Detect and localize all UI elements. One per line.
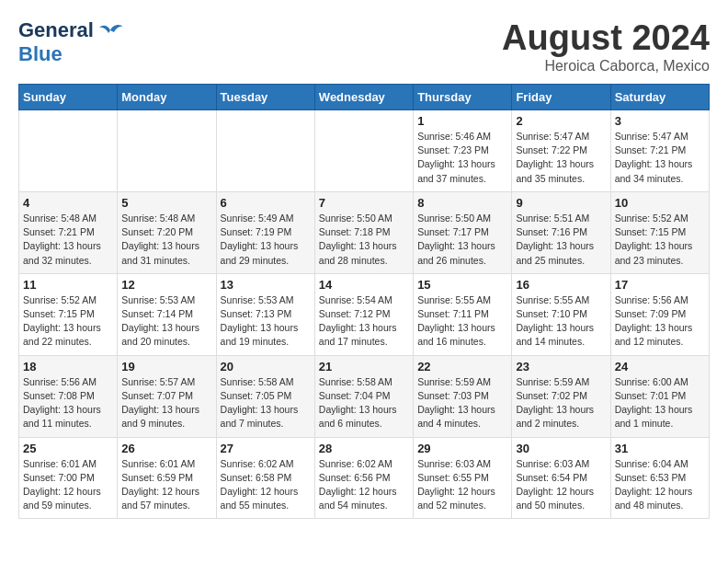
calendar-cell — [314, 110, 413, 192]
day-info: Sunrise: 5:48 AMSunset: 7:21 PMDaylight:… — [23, 212, 113, 268]
day-number: 5 — [121, 196, 211, 210]
calendar-cell: 30Sunrise: 6:03 AMSunset: 6:54 PMDayligh… — [512, 437, 610, 519]
day-info: Sunrise: 5:50 AMSunset: 7:18 PMDaylight:… — [319, 212, 409, 268]
day-info: Sunrise: 6:03 AMSunset: 6:55 PMDaylight:… — [417, 457, 507, 513]
day-info: Sunrise: 6:04 AMSunset: 6:53 PMDaylight:… — [615, 457, 705, 513]
day-info: Sunrise: 5:51 AMSunset: 7:16 PMDaylight:… — [516, 212, 606, 268]
logo-blue-text: Blue — [18, 42, 63, 65]
calendar-cell: 31Sunrise: 6:04 AMSunset: 6:53 PMDayligh… — [610, 437, 709, 519]
calendar-table: SundayMondayTuesdayWednesdayThursdayFrid… — [18, 84, 710, 519]
day-info: Sunrise: 6:00 AMSunset: 7:01 PMDaylight:… — [615, 375, 705, 431]
col-header-thursday: Thursday — [414, 85, 512, 110]
day-number: 11 — [23, 278, 113, 292]
calendar-cell: 8Sunrise: 5:50 AMSunset: 7:17 PMDaylight… — [414, 191, 512, 273]
calendar-cell: 21Sunrise: 5:58 AMSunset: 7:04 PMDayligh… — [314, 355, 413, 437]
day-number: 2 — [516, 114, 606, 128]
location: Heroica Caborca, Mexico — [502, 58, 710, 75]
col-header-tuesday: Tuesday — [216, 85, 314, 110]
day-info: Sunrise: 5:55 AMSunset: 7:10 PMDaylight:… — [516, 293, 606, 350]
day-number: 10 — [615, 196, 705, 210]
calendar-cell — [216, 110, 314, 192]
title-block: August 2024 Heroica Caborca, Mexico — [502, 18, 710, 75]
logo-bird-icon — [97, 21, 123, 40]
day-info: Sunrise: 5:58 AMSunset: 7:04 PMDaylight:… — [319, 375, 409, 431]
day-number: 9 — [516, 196, 606, 210]
day-number: 29 — [417, 442, 507, 455]
day-info: Sunrise: 6:02 AMSunset: 6:56 PMDaylight:… — [319, 457, 409, 513]
calendar-cell: 17Sunrise: 5:56 AMSunset: 7:09 PMDayligh… — [610, 273, 709, 355]
day-number: 8 — [417, 196, 507, 210]
calendar-cell: 5Sunrise: 5:48 AMSunset: 7:20 PMDaylight… — [118, 191, 216, 273]
calendar-cell — [118, 110, 216, 192]
day-number: 30 — [516, 442, 606, 455]
day-info: Sunrise: 5:56 AMSunset: 7:08 PMDaylight:… — [23, 375, 113, 431]
day-number: 26 — [121, 442, 211, 455]
day-info: Sunrise: 5:59 AMSunset: 7:03 PMDaylight:… — [417, 375, 507, 431]
day-number: 28 — [319, 442, 409, 455]
day-number: 31 — [615, 442, 705, 455]
calendar-cell — [19, 110, 118, 192]
calendar-cell: 12Sunrise: 5:53 AMSunset: 7:14 PMDayligh… — [118, 273, 216, 355]
calendar-cell: 13Sunrise: 5:53 AMSunset: 7:13 PMDayligh… — [216, 273, 314, 355]
day-info: Sunrise: 5:56 AMSunset: 7:09 PMDaylight:… — [615, 293, 705, 350]
day-info: Sunrise: 6:01 AMSunset: 6:59 PMDaylight:… — [121, 457, 211, 513]
calendar-cell: 4Sunrise: 5:48 AMSunset: 7:21 PMDaylight… — [19, 191, 118, 273]
day-info: Sunrise: 5:46 AMSunset: 7:23 PMDaylight:… — [417, 130, 507, 186]
day-info: Sunrise: 5:58 AMSunset: 7:05 PMDaylight:… — [221, 375, 311, 431]
calendar-cell: 20Sunrise: 5:58 AMSunset: 7:05 PMDayligh… — [216, 355, 314, 437]
day-info: Sunrise: 5:57 AMSunset: 7:07 PMDaylight:… — [121, 375, 211, 431]
calendar-cell: 16Sunrise: 5:55 AMSunset: 7:10 PMDayligh… — [512, 273, 610, 355]
calendar-cell: 6Sunrise: 5:49 AMSunset: 7:19 PMDaylight… — [216, 191, 314, 273]
day-info: Sunrise: 6:03 AMSunset: 6:54 PMDaylight:… — [516, 457, 606, 513]
day-info: Sunrise: 5:55 AMSunset: 7:11 PMDaylight:… — [417, 293, 507, 350]
day-number: 1 — [417, 114, 507, 128]
calendar-cell: 29Sunrise: 6:03 AMSunset: 6:55 PMDayligh… — [414, 437, 512, 519]
logo: General Blue — [18, 18, 123, 66]
col-header-saturday: Saturday — [610, 85, 709, 110]
day-info: Sunrise: 5:49 AMSunset: 7:19 PMDaylight:… — [221, 212, 311, 268]
col-header-friday: Friday — [512, 85, 610, 110]
day-number: 21 — [319, 360, 409, 373]
calendar-week-row: 1Sunrise: 5:46 AMSunset: 7:23 PMDaylight… — [19, 110, 710, 192]
day-info: Sunrise: 5:52 AMSunset: 7:15 PMDaylight:… — [615, 212, 705, 268]
calendar-cell: 14Sunrise: 5:54 AMSunset: 7:12 PMDayligh… — [314, 273, 413, 355]
calendar-cell: 1Sunrise: 5:46 AMSunset: 7:23 PMDaylight… — [414, 110, 512, 192]
col-header-monday: Monday — [118, 85, 216, 110]
day-info: Sunrise: 5:54 AMSunset: 7:12 PMDaylight:… — [319, 293, 409, 350]
day-number: 4 — [23, 196, 113, 210]
day-info: Sunrise: 6:01 AMSunset: 7:00 PMDaylight:… — [23, 457, 113, 513]
day-number: 12 — [121, 278, 211, 292]
day-info: Sunrise: 6:02 AMSunset: 6:58 PMDaylight:… — [221, 457, 311, 513]
day-number: 13 — [221, 278, 311, 292]
calendar-cell: 25Sunrise: 6:01 AMSunset: 7:00 PMDayligh… — [19, 437, 118, 519]
calendar-cell: 24Sunrise: 6:00 AMSunset: 7:01 PMDayligh… — [610, 355, 709, 437]
day-info: Sunrise: 5:53 AMSunset: 7:13 PMDaylight:… — [221, 293, 311, 350]
day-info: Sunrise: 5:48 AMSunset: 7:20 PMDaylight:… — [121, 212, 211, 268]
page-header: General Blue August 2024 Heroica Caborca… — [18, 18, 710, 75]
day-number: 3 — [615, 114, 705, 128]
day-number: 18 — [23, 360, 113, 373]
day-info: Sunrise: 5:53 AMSunset: 7:14 PMDaylight:… — [121, 293, 211, 350]
month-title: August 2024 — [502, 18, 710, 58]
day-info: Sunrise: 5:50 AMSunset: 7:17 PMDaylight:… — [417, 212, 507, 268]
day-number: 24 — [615, 360, 705, 373]
day-number: 17 — [615, 278, 705, 292]
day-number: 20 — [221, 360, 311, 373]
calendar-cell: 23Sunrise: 5:59 AMSunset: 7:02 PMDayligh… — [512, 355, 610, 437]
day-info: Sunrise: 5:52 AMSunset: 7:15 PMDaylight:… — [23, 293, 113, 350]
calendar-cell: 19Sunrise: 5:57 AMSunset: 7:07 PMDayligh… — [118, 355, 216, 437]
calendar-week-row: 25Sunrise: 6:01 AMSunset: 7:00 PMDayligh… — [19, 437, 710, 519]
calendar-cell: 22Sunrise: 5:59 AMSunset: 7:03 PMDayligh… — [414, 355, 512, 437]
day-info: Sunrise: 5:47 AMSunset: 7:22 PMDaylight:… — [516, 130, 606, 186]
calendar-week-row: 4Sunrise: 5:48 AMSunset: 7:21 PMDaylight… — [19, 191, 710, 273]
day-number: 15 — [417, 278, 507, 292]
calendar-cell: 28Sunrise: 6:02 AMSunset: 6:56 PMDayligh… — [314, 437, 413, 519]
calendar-cell: 3Sunrise: 5:47 AMSunset: 7:21 PMDaylight… — [610, 110, 709, 192]
col-header-sunday: Sunday — [19, 85, 118, 110]
day-info: Sunrise: 5:59 AMSunset: 7:02 PMDaylight:… — [516, 375, 606, 431]
day-number: 22 — [417, 360, 507, 373]
calendar-cell: 2Sunrise: 5:47 AMSunset: 7:22 PMDaylight… — [512, 110, 610, 192]
day-number: 7 — [319, 196, 409, 210]
calendar-cell: 10Sunrise: 5:52 AMSunset: 7:15 PMDayligh… — [610, 191, 709, 273]
day-number: 19 — [121, 360, 211, 373]
